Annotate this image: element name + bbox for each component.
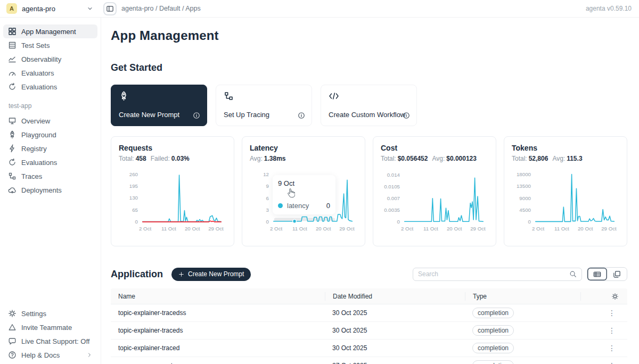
monitor-icon (8, 117, 17, 125)
latency-card: Latency Avg:1.38ms 1296302 Oct11 Oct20 O… (242, 136, 365, 246)
triangle-icon (8, 323, 17, 332)
sidebar-item-label: App Management (21, 28, 76, 36)
sidebar-item-evaluations[interactable]: Evaluations (3, 80, 97, 94)
svg-text:2 Oct: 2 Oct (270, 226, 282, 231)
grid-icon (8, 27, 17, 36)
row-menu-button[interactable]: ⋮ (608, 309, 627, 317)
column-header-type[interactable]: Type (465, 292, 580, 301)
breadcrumb[interactable]: agenta-pro / Default / Apps (121, 5, 201, 12)
table-header: Name Date Modified Type (111, 288, 627, 304)
gear-icon[interactable] (611, 293, 619, 300)
get-started-cards: Create New Prompt Set Up Tracing Create … (111, 85, 627, 126)
sidebar-item-registry[interactable]: Registry (3, 142, 97, 155)
sidebar-item-test-sets[interactable]: Test Sets (3, 38, 97, 52)
tooltip-title: 9 Oct (278, 179, 330, 187)
app-name[interactable]: topic-explainer-traceds (111, 327, 325, 334)
app-name[interactable]: topic-explainer-tracedss (111, 309, 325, 317)
info-icon[interactable] (403, 112, 410, 119)
card-view-button[interactable] (607, 268, 627, 280)
app-name[interactable]: career-assessment (111, 362, 325, 364)
latency-tooltip: 9 Oct latency 0 (273, 175, 335, 214)
sidebar-item-traces[interactable]: Traces (3, 169, 97, 183)
table-row[interactable]: topic-explainer-traced 30 Oct 2025 compl… (111, 340, 627, 357)
workspace-selector[interactable]: A agenta-pro (0, 3, 101, 14)
sidebar-item-overview[interactable]: Overview (3, 114, 97, 128)
code-icon (329, 91, 339, 101)
rocket-icon (8, 130, 17, 139)
sidebar-item-label: Observability (21, 55, 61, 63)
cost-chart[interactable]: 0.0140.01050.0070.003502 Oct11 Oct20 Oct… (381, 167, 489, 235)
row-menu-button[interactable]: ⋮ (608, 361, 627, 364)
row-menu-button[interactable]: ⋮ (608, 326, 627, 335)
column-header-name[interactable]: Name (111, 292, 325, 301)
create-new-prompt-button[interactable]: Create New Prompt (171, 268, 251, 281)
info-icon[interactable] (298, 112, 305, 119)
sidebar-item-app-evaluations[interactable]: Evaluations (3, 155, 97, 169)
series-dot-icon (278, 203, 283, 208)
svg-text:9: 9 (266, 183, 269, 189)
svg-text:9000: 9000 (519, 195, 531, 201)
top-bar: A agenta-pro agenta-pro / Default / Apps… (0, 0, 639, 18)
tokens-chart[interactable]: 18000135009000450002 Oct11 Oct20 Oct29 O… (512, 167, 620, 235)
table-row[interactable]: topic-explainer-tracedss 30 Oct 2025 com… (111, 304, 627, 322)
date-modified: 30 Oct 2025 (325, 309, 465, 317)
sidebar-item-app-management[interactable]: App Management (3, 24, 97, 38)
sidebar-item-playground[interactable]: Playground (3, 128, 97, 142)
info-icon[interactable] (193, 112, 200, 119)
chat-icon (8, 337, 17, 345)
sidebar-item-label: Live Chat Support: Off (21, 337, 89, 345)
svg-text:29 Oct: 29 Oct (339, 226, 355, 231)
gear-icon (8, 309, 17, 318)
svg-text:20 Oct: 20 Oct (447, 226, 462, 231)
sidebar-item-settings[interactable]: Settings (3, 307, 97, 320)
table-row[interactable]: career-assessment 27 Oct 2025 completion… (111, 357, 627, 364)
card-stats: Avg:1.38ms (250, 155, 357, 162)
search-input[interactable] (418, 270, 569, 278)
svg-text:2 Oct: 2 Oct (401, 226, 413, 231)
svg-text:29 Oct: 29 Oct (470, 226, 486, 231)
svg-text:11 Oct: 11 Oct (423, 226, 438, 231)
metrics-cards: Requests Total:458Failed:0.03% 260195130… (111, 136, 627, 246)
svg-text:0.007: 0.007 (387, 195, 400, 201)
svg-text:0: 0 (397, 219, 400, 225)
row-menu-button[interactable]: ⋮ (608, 344, 627, 352)
sidebar-item-help-docs[interactable]: Help & Docs (3, 348, 97, 362)
create-custom-workflow-card[interactable]: Create Custom Workflow (321, 85, 417, 126)
svg-text:20 Oct: 20 Oct (316, 226, 331, 231)
sidebar-item-invite-teammate[interactable]: Invite Teammate (3, 320, 97, 334)
svg-text:0: 0 (266, 219, 269, 225)
table-view-button[interactable] (587, 268, 607, 280)
requests-chart[interactable]: 2601951306502 Oct11 Oct20 Oct29 Oct (119, 167, 227, 235)
card-stats: Total:52,806Avg:115.3 (512, 155, 619, 162)
svg-text:20 Oct: 20 Oct (185, 226, 200, 231)
chevron-down-icon (86, 5, 94, 12)
sidebar-item-evaluators[interactable]: Evaluators (3, 66, 97, 80)
sidebar-item-observability[interactable]: Observability (3, 52, 97, 66)
svg-text:0.0105: 0.0105 (384, 184, 400, 189)
sidebar-toggle-button[interactable] (103, 2, 117, 15)
refresh-icon (8, 82, 17, 91)
rocket-icon (119, 91, 129, 101)
sidebar-item-label: Evaluators (21, 69, 54, 77)
svg-text:11 Oct: 11 Oct (554, 226, 569, 231)
sidebar-item-label: Help & Docs (21, 351, 60, 359)
table-row[interactable]: topic-explainer-traceds 30 Oct 2025 comp… (111, 322, 627, 340)
workspace-name: agenta-pro (22, 5, 55, 13)
search-icon[interactable] (569, 270, 577, 278)
sidebar-item-label: Traces (21, 172, 42, 180)
app-name[interactable]: topic-explainer-traced (111, 344, 325, 352)
type-badge: completion (472, 308, 514, 318)
create-new-prompt-card[interactable]: Create New Prompt (111, 85, 207, 126)
sidebar-item-label: Overview (21, 117, 50, 125)
bolt-icon (8, 144, 17, 153)
sidebar-item-deployments[interactable]: Deployments (3, 183, 97, 197)
column-header-date-modified[interactable]: Date Modified (325, 292, 465, 301)
application-heading: Application (111, 269, 163, 280)
svg-text:4500: 4500 (519, 207, 531, 213)
card-stats: Total:458Failed:0.03% (119, 155, 226, 162)
chevron-right-icon (86, 352, 93, 358)
svg-text:11 Oct: 11 Oct (161, 226, 176, 231)
sidebar-item-live-chat[interactable]: Live Chat Support: Off (3, 334, 97, 348)
workspace-avatar: A (6, 3, 17, 14)
set-up-tracing-card[interactable]: Set Up Tracing (216, 85, 312, 126)
